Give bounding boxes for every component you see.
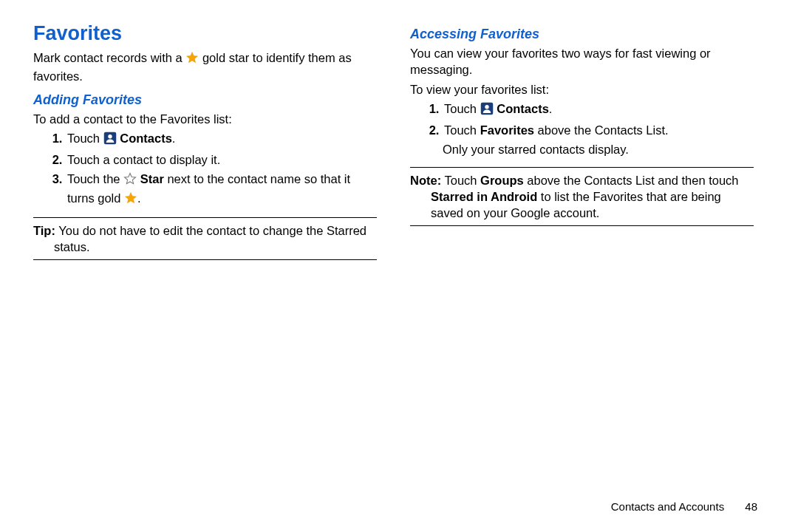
heading-favorites: Favorites [33, 22, 377, 45]
accessing-steps-list: Touch Contacts. Touch Favorites above th… [410, 100, 754, 139]
footer-section: Contacts and Accounts [611, 500, 724, 513]
adding-step-1: Touch Contacts. [66, 130, 377, 149]
r-step1-a: Touch [444, 102, 480, 115]
adding-lead: To add a contact to the Favorites list: [33, 111, 377, 127]
intro-text: Mark contact records with a gold star to… [33, 50, 377, 85]
note-d: Starred in Android [431, 190, 537, 203]
star-gold-icon [124, 191, 137, 208]
svg-marker-3 [125, 174, 136, 184]
note-b: Groups [480, 174, 524, 187]
page-footer: Contacts and Accounts 48 [611, 500, 757, 513]
step1-text-b: Contacts [120, 132, 172, 145]
svg-marker-4 [126, 192, 137, 202]
r-step1-b: Contacts [497, 102, 549, 115]
svg-point-6 [485, 105, 488, 109]
contacts-icon [480, 102, 494, 119]
adding-step-2: Touch a contact to display it. [66, 151, 377, 168]
contacts-icon [103, 132, 117, 149]
note-box: Note: Touch Groups above the Contacts Li… [410, 167, 754, 227]
heading-accessing-favorites: Accessing Favorites [410, 27, 754, 42]
accessing-step-2: Touch Favorites above the Contacts List. [443, 122, 754, 138]
step3-text-b: Star [140, 172, 164, 185]
svg-point-2 [108, 134, 112, 138]
r-step2-c: above the Contacts List. [534, 123, 669, 137]
step1-text-a: Touch [67, 132, 103, 145]
tip-box: Tip: You do not have to edit the contact… [33, 217, 377, 261]
note-c: above the Contacts List and then touch [524, 174, 739, 187]
svg-marker-0 [187, 52, 198, 63]
adding-steps-list: Touch Contacts. Touch a contact to displ… [33, 130, 377, 208]
tip-label: Tip: [33, 224, 55, 237]
r-step2-b: Favorites [480, 123, 534, 137]
accessing-step-1: Touch Contacts. [443, 100, 754, 119]
period: . [172, 132, 176, 145]
note-label: Note: [410, 174, 441, 187]
accessing-p2: To view your favorites list: [410, 81, 754, 98]
left-column: Favorites Mark contact records with a go… [33, 22, 399, 495]
manual-page: Favorites Mark contact records with a go… [0, 0, 798, 495]
accessing-step2-extra: Only your starred contacts display. [443, 141, 754, 157]
heading-adding-favorites: Adding Favorites [33, 92, 377, 108]
intro-text-a: Mark contact records with a [33, 51, 185, 64]
r-step2-a: Touch [444, 123, 480, 137]
period: . [549, 102, 553, 115]
footer-page-number: 48 [745, 500, 757, 513]
star-gold-icon [185, 51, 199, 68]
period: . [137, 191, 141, 205]
accessing-p1: You can view your favorites two ways for… [410, 45, 754, 78]
adding-step-3: Touch the Star next to the contact name … [66, 171, 377, 208]
right-column: Accessing Favorites You can view your fa… [399, 22, 765, 495]
note-text: Note: Touch Groups above the Contacts Li… [431, 172, 754, 222]
step3-text-a: Touch the [67, 172, 123, 185]
note-a: Touch [441, 174, 480, 187]
tip-text: Tip: You do not have to edit the contact… [54, 222, 377, 256]
tip-body: You do not have to edit the contact to c… [54, 224, 366, 253]
star-outline-icon [123, 172, 137, 189]
